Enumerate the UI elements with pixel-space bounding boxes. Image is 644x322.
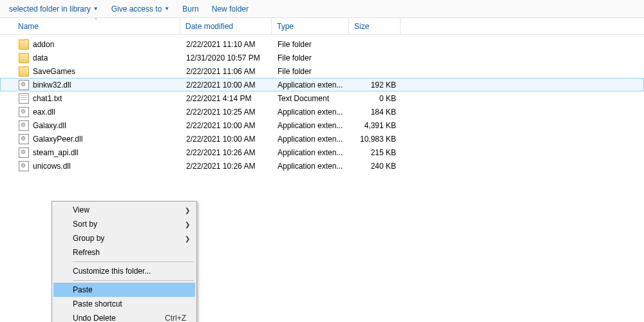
file-date-cell: 2/22/2021 10:00 AM xyxy=(181,135,272,144)
file-name-cell: eax.dll xyxy=(12,107,181,117)
dll-icon xyxy=(19,120,29,131)
file-row[interactable]: SaveGames2/22/2021 11:06 AMFile folder xyxy=(0,64,644,78)
folder-icon xyxy=(19,66,29,77)
file-name-label: unicows.dll xyxy=(33,162,71,171)
sort-ascending-icon: ˄ xyxy=(95,17,97,23)
file-size-cell: 184 KB xyxy=(350,108,401,117)
column-header-name-label: Name xyxy=(18,22,39,31)
file-name-label: Galaxy.dll xyxy=(33,121,66,130)
context-menu: View❯Sort by❯Group by❯RefreshCustomize t… xyxy=(52,201,197,322)
file-date-cell: 2/22/2021 11:06 AM xyxy=(181,67,272,76)
file-row[interactable]: addon2/22/2021 11:10 AMFile folder xyxy=(0,37,644,51)
file-name-cell: unicows.dll xyxy=(12,161,181,171)
menu-item-shortcut: Ctrl+Z xyxy=(165,314,186,322)
file-name-label: eax.dll xyxy=(33,108,55,117)
file-date-cell: 2/22/2021 10:00 AM xyxy=(181,121,272,130)
toolbar-burn-label: Burn xyxy=(182,5,198,14)
file-type-cell: File folder xyxy=(272,53,350,62)
file-size-cell: 240 KB xyxy=(350,162,401,171)
column-header-row: Name ˄ Date modified Type Size xyxy=(0,18,644,35)
file-size-cell: 215 KB xyxy=(350,148,401,157)
file-row[interactable]: chat1.txt2/22/2021 4:14 PMText Document0… xyxy=(0,91,644,105)
dll-icon xyxy=(19,80,29,90)
file-name-cell: data xyxy=(12,53,181,63)
file-size-cell: 10,983 KB xyxy=(350,135,401,144)
file-name-cell: GalaxyPeer.dll xyxy=(12,134,181,144)
toolbar-burn[interactable]: Burn xyxy=(176,0,205,17)
file-name-cell: steam_api.dll xyxy=(12,147,181,158)
file-row[interactable]: unicows.dll2/22/2021 10:26 AMApplication… xyxy=(0,159,644,173)
file-type-cell: Application exten... xyxy=(272,121,350,130)
menu-item-paste[interactable]: Paste xyxy=(53,283,195,297)
file-date-cell: 2/22/2021 10:26 AM xyxy=(181,162,272,171)
folder-icon xyxy=(19,53,29,63)
file-row[interactable]: Galaxy.dll2/22/2021 10:00 AMApplication … xyxy=(0,118,644,132)
file-row[interactable]: steam_api.dll2/22/2021 10:26 AMApplicati… xyxy=(0,146,644,159)
file-date-cell: 2/22/2021 4:14 PM xyxy=(181,94,272,103)
menu-item-label: View xyxy=(73,205,90,214)
menu-item-refresh[interactable]: Refresh xyxy=(53,245,195,260)
file-icon xyxy=(19,93,29,104)
submenu-arrow-icon: ❯ xyxy=(185,235,190,242)
file-name-label: addon xyxy=(33,40,54,49)
column-header-type[interactable]: Type xyxy=(272,18,349,34)
file-name-label: GalaxyPeer.dll xyxy=(33,135,82,144)
file-list[interactable]: addon2/22/2021 11:10 AMFile folderdata12… xyxy=(0,35,644,173)
file-type-cell: Application exten... xyxy=(272,80,350,90)
menu-separator xyxy=(73,261,194,262)
column-header-type-label: Type xyxy=(277,22,294,31)
file-name-cell: chat1.txt xyxy=(12,93,181,104)
toolbar-give-access-to[interactable]: Give access to ▼ xyxy=(105,0,176,17)
column-header-date[interactable]: Date modified xyxy=(180,18,272,34)
dll-icon xyxy=(19,107,29,117)
file-row[interactable]: eax.dll2/22/2021 10:25 AMApplication ext… xyxy=(0,105,644,118)
column-header-date-label: Date modified xyxy=(185,22,233,31)
file-name-label: binkw32.dll xyxy=(33,80,71,90)
submenu-arrow-icon: ❯ xyxy=(185,221,190,228)
menu-item-label: Customize this folder... xyxy=(73,267,151,276)
menu-item-undo-delete[interactable]: Undo DeleteCtrl+Z xyxy=(53,311,195,322)
file-date-cell: 2/22/2021 11:10 AM xyxy=(181,40,272,49)
file-type-cell: Application exten... xyxy=(272,108,350,117)
file-date-cell: 2/22/2021 10:26 AM xyxy=(181,148,272,157)
menu-item-paste-shortcut[interactable]: Paste shortcut xyxy=(53,297,195,311)
file-row[interactable]: binkw32.dll2/22/2021 10:00 AMApplication… xyxy=(0,78,644,91)
toolbar-new-folder[interactable]: New folder xyxy=(205,0,255,17)
file-name-cell: addon xyxy=(12,39,181,50)
file-name-cell: binkw32.dll xyxy=(12,80,181,90)
file-name-cell: SaveGames xyxy=(12,66,181,77)
submenu-arrow-icon: ❯ xyxy=(185,207,190,214)
column-header-name[interactable]: Name ˄ xyxy=(12,18,180,34)
file-size-cell: 192 KB xyxy=(350,80,401,90)
menu-item-sort-by[interactable]: Sort by❯ xyxy=(53,217,195,231)
file-date-cell: 2/22/2021 10:00 AM xyxy=(181,80,272,90)
dropdown-caret-icon: ▼ xyxy=(93,6,99,12)
toolbar: selected folder in library ▼ Give access… xyxy=(0,0,644,18)
menu-item-customize-this-folder[interactable]: Customize this folder... xyxy=(53,264,195,278)
folder-icon xyxy=(19,39,29,50)
column-header-size[interactable]: Size xyxy=(349,18,401,34)
file-size-cell: 4,391 KB xyxy=(350,121,401,130)
dropdown-caret-icon: ▼ xyxy=(164,6,169,12)
file-type-cell: File folder xyxy=(272,67,350,76)
file-row[interactable]: GalaxyPeer.dll2/22/2021 10:00 AMApplicat… xyxy=(0,132,644,146)
dll-icon xyxy=(19,161,29,171)
menu-item-label: Sort by xyxy=(73,220,97,229)
file-type-cell: Application exten... xyxy=(272,148,350,157)
file-name-label: data xyxy=(33,53,48,62)
file-name-label: SaveGames xyxy=(33,67,75,76)
file-type-cell: Text Document xyxy=(272,94,350,103)
file-type-cell: Application exten... xyxy=(272,135,350,144)
file-date-cell: 2/22/2021 10:25 AM xyxy=(181,108,272,117)
dll-icon xyxy=(19,134,29,144)
file-row[interactable]: data12/31/2020 10:57 PMFile folder xyxy=(0,51,644,64)
toolbar-include-in-library[interactable]: selected folder in library ▼ xyxy=(3,0,105,17)
menu-item-label: Paste shortcut xyxy=(73,299,122,308)
file-date-cell: 12/31/2020 10:57 PM xyxy=(181,53,272,62)
menu-item-view[interactable]: View❯ xyxy=(53,203,195,217)
menu-item-group-by[interactable]: Group by❯ xyxy=(53,231,195,245)
file-name-label: steam_api.dll xyxy=(33,148,79,157)
menu-item-label: Undo Delete xyxy=(73,314,116,322)
toolbar-include-label: selected folder in library xyxy=(9,5,91,14)
file-type-cell: File folder xyxy=(272,40,350,49)
